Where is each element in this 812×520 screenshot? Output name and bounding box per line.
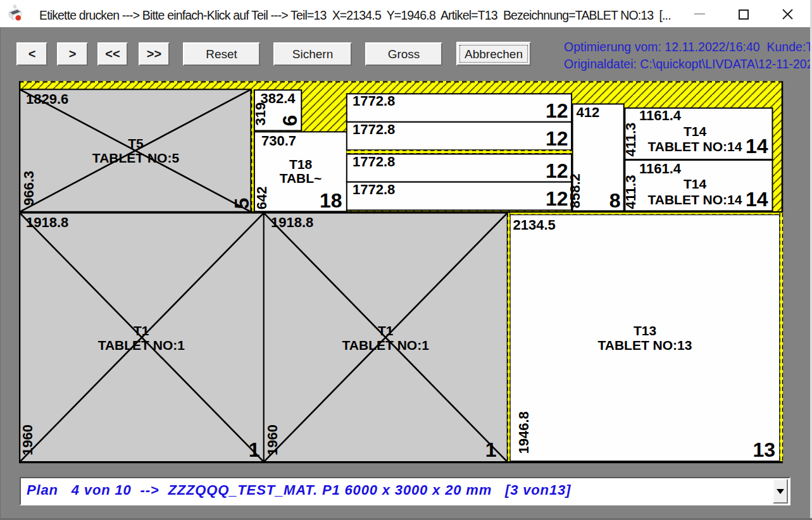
svg-text:12: 12 xyxy=(546,187,568,210)
svg-text:1772.8: 1772.8 xyxy=(353,93,395,109)
svg-text:T13: T13 xyxy=(634,323,656,338)
svg-text:411.3: 411.3 xyxy=(623,175,639,209)
svg-text:858.2: 858.2 xyxy=(567,173,583,208)
svg-text:1772.8: 1772.8 xyxy=(353,121,395,137)
svg-text:T1: T1 xyxy=(378,323,394,338)
svg-text:TABLET NO:13: TABLET NO:13 xyxy=(598,338,692,352)
svg-text:14: 14 xyxy=(746,135,768,158)
svg-text:730.7: 730.7 xyxy=(261,133,296,149)
svg-text:411.3: 411.3 xyxy=(623,123,639,157)
svg-text:1: 1 xyxy=(249,438,260,461)
svg-text:TABLET NO:14: TABLET NO:14 xyxy=(648,192,742,207)
svg-text:319: 319 xyxy=(253,102,268,126)
svg-text:13: 13 xyxy=(753,438,775,461)
svg-text:6: 6 xyxy=(278,115,301,127)
svg-text:12: 12 xyxy=(546,159,568,182)
svg-text:1772.8: 1772.8 xyxy=(353,182,395,197)
svg-text:12: 12 xyxy=(546,99,568,122)
svg-text:T14: T14 xyxy=(684,124,707,139)
svg-text:1161.4: 1161.4 xyxy=(639,161,682,176)
svg-text:14: 14 xyxy=(746,188,768,211)
svg-text:T5: T5 xyxy=(128,136,144,151)
svg-text:412: 412 xyxy=(577,104,600,120)
svg-text:TABLET NO:14: TABLET NO:14 xyxy=(648,139,742,154)
svg-text:1829.6: 1829.6 xyxy=(26,91,68,107)
svg-text:1960: 1960 xyxy=(265,424,280,455)
svg-text:966.3: 966.3 xyxy=(21,171,37,206)
svg-text:2134.5: 2134.5 xyxy=(513,217,556,233)
svg-text:18: 18 xyxy=(320,189,342,212)
svg-text:TABLET NO:5: TABLET NO:5 xyxy=(92,151,180,165)
svg-text:1772.8: 1772.8 xyxy=(353,154,395,170)
svg-text:T18: T18 xyxy=(289,157,313,171)
svg-text:5: 5 xyxy=(230,198,253,209)
svg-text:T1: T1 xyxy=(134,323,149,338)
svg-text:1161.4: 1161.4 xyxy=(639,108,682,123)
svg-text:T14: T14 xyxy=(684,176,707,191)
svg-text:TABL~: TABL~ xyxy=(280,171,322,185)
svg-text:1918.8: 1918.8 xyxy=(271,214,313,230)
svg-text:12: 12 xyxy=(546,127,568,150)
svg-text:1: 1 xyxy=(485,438,497,461)
svg-text:1918.8: 1918.8 xyxy=(26,214,68,230)
svg-text:1946.8: 1946.8 xyxy=(516,411,532,454)
svg-text:TABLET NO:1: TABLET NO:1 xyxy=(342,338,430,352)
svg-text:8: 8 xyxy=(609,189,621,212)
svg-text:1960: 1960 xyxy=(20,424,35,455)
svg-text:642: 642 xyxy=(254,187,270,210)
svg-text:TABLET NO:1: TABLET NO:1 xyxy=(98,338,185,352)
